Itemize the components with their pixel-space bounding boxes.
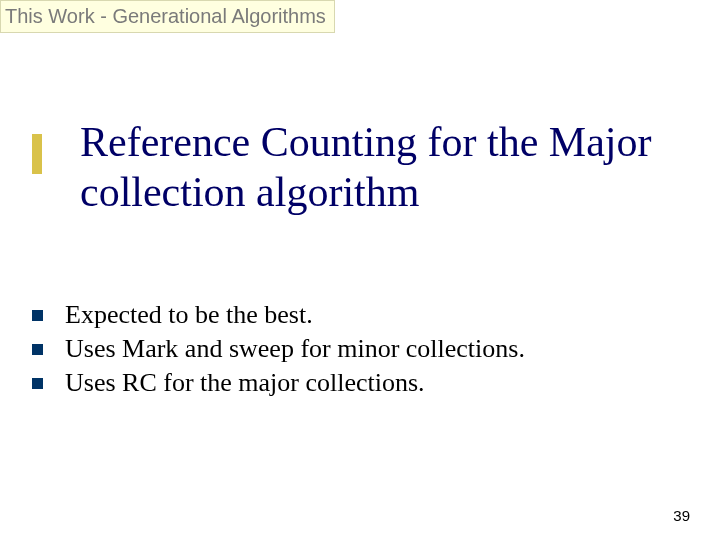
title-accent-bar [32, 134, 42, 174]
bullet-text: Expected to be the best. [65, 300, 313, 330]
list-item: Uses RC for the major collections. [32, 368, 700, 398]
bullet-text: Uses RC for the major collections. [65, 368, 425, 398]
list-item: Uses Mark and sweep for minor collection… [32, 334, 700, 364]
title-block: Reference Counting for the Major collect… [32, 118, 700, 217]
page-number: 39 [673, 507, 690, 524]
bullet-icon [32, 378, 43, 389]
bullet-icon [32, 310, 43, 321]
breadcrumb: This Work - Generational Algorithms [0, 0, 335, 33]
bullet-text: Uses Mark and sweep for minor collection… [65, 334, 525, 364]
bullet-icon [32, 344, 43, 355]
bullet-list: Expected to be the best. Uses Mark and s… [32, 300, 700, 402]
list-item: Expected to be the best. [32, 300, 700, 330]
slide-title: Reference Counting for the Major collect… [80, 118, 700, 217]
